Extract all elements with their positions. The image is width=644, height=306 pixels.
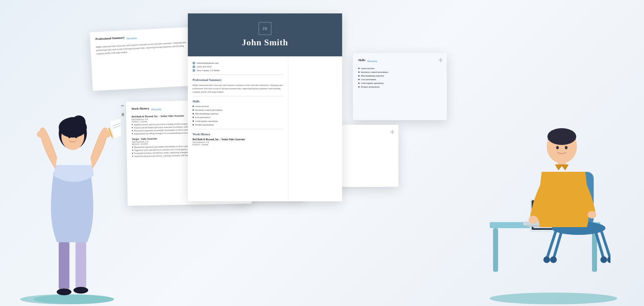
woman-character [27,78,121,306]
svg-point-34 [607,256,610,263]
svg-rect-20 [493,228,498,272]
svg-point-37 [529,216,538,224]
skills-rename[interactable]: Rename [367,60,377,63]
svg-point-0 [34,295,114,304]
main-job1-dates: 03/2015 - Current [193,143,283,146]
skills-item-3: Merchandising expertise [358,74,441,77]
location-icon [193,69,195,72]
svg-point-42 [556,146,559,149]
divider-3 [193,129,283,129]
main-pro-summary-text: Highly motivated Sales Associate with ex… [193,84,283,93]
phone-icon [193,65,195,68]
svg-point-38 [588,211,596,218]
skills-card: Skills Rename Guest services Inventory c… [353,53,447,120]
scene: Professional Summary Rename Highly motiv… [0,0,644,306]
svg-point-4 [73,287,88,294]
svg-point-17 [68,135,71,138]
phone-contact: (555) 555-5555 [193,65,283,68]
svg-point-36 [600,256,607,263]
email-contact: johnsmith@gmail.com [193,62,283,64]
svg-rect-1 [59,239,69,293]
main-work-title: Work History [193,133,283,136]
skill-4: Loss prevention [193,116,283,119]
work-history-title: Work History [131,107,149,110]
svg-point-3 [57,289,71,295]
svg-rect-2 [75,239,86,291]
svg-marker-8 [111,137,114,140]
svg-point-43 [565,146,568,149]
resume-body: johnsmith@gmail.com (555) 555-5555 New C… [188,56,342,201]
skills-list: Guest services Inventory control procedu… [358,67,441,88]
pro-summary-title: Professional Summary [95,36,124,41]
resume-right-col [288,56,342,201]
pro-summary-text: Highly motivated Sales Associate with ex… [96,41,190,55]
skill-6: Product promotions [193,123,283,126]
svg-point-5 [37,131,44,138]
svg-point-35 [550,256,557,263]
initials-box: JS [259,22,271,35]
skill-2: Inventory control procedures [193,109,283,111]
skills-move[interactable]: ✛ [438,57,443,63]
email-icon [193,62,195,64]
pro-summary-rename[interactable]: Rename [127,36,137,40]
main-job1-title: Bed Bath & Beyond, Inc. - Senior Sales A… [193,138,283,141]
main-skills-list: Guest services Inventory control procedu… [193,105,283,126]
main-pro-summary-title: Professional Summary [193,78,283,82]
skill-3: Merchandising expertise [193,112,283,115]
skill-1: Guest services [193,105,283,108]
location-contact: New Canaan, CT 06840 [193,69,283,72]
skills-item-2: Inventory control procedures [358,71,441,73]
divider-1 [193,74,283,75]
education-move[interactable]: ✛ [390,129,394,135]
main-skills-title: Skills [193,100,283,103]
skills-item-4: Loss prevention [358,78,441,81]
svg-point-16 [72,115,86,129]
svg-point-33 [543,256,550,263]
skills-item-1: Guest services [358,67,441,70]
skills-item-6: Product promotions [358,86,441,88]
svg-point-18 [75,135,77,138]
person-name: John Smith [242,38,288,48]
resume-left-col: johnsmith@gmail.com (555) 555-5555 New C… [188,56,288,201]
main-resume-card: JS John Smith johnsmith@gmail.com (555) … [188,13,342,201]
skills-title: Skills [358,58,365,62]
work-history-rename[interactable]: Rename [151,108,161,111]
man-character [483,71,610,306]
skills-item-5: Cash register operations [358,82,441,85]
main-job1-sub: San Francisco, CA [193,141,283,143]
divider-2 [193,96,283,96]
skill-5: Cash register operations [193,120,283,122]
resume-header: JS John Smith [188,13,342,56]
